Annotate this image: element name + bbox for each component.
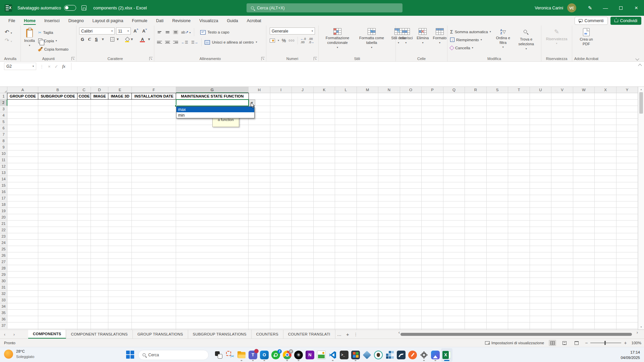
row-header-21[interactable]: 21 <box>0 221 7 227</box>
create-pdf-button[interactable]: Crea un PDF <box>577 27 596 47</box>
taskbar-icon-snipping-tool[interactable]: ✂ <box>224 348 236 362</box>
user-name[interactable]: Veronica Carini <box>535 6 563 10</box>
column-header-d[interactable]: D <box>91 87 108 93</box>
undo-button[interactable]: ↶ ▾ <box>5 29 12 35</box>
taskbar-icon-image-editor[interactable] <box>316 348 327 362</box>
taskbar-icon-outlook[interactable]: O <box>259 348 270 362</box>
sheet-tab-counters[interactable]: COUNTERS <box>252 330 283 339</box>
format-painter-button[interactable]: Copia formato <box>37 46 70 53</box>
row-header-4[interactable]: 4 <box>0 112 7 119</box>
taskbar-icon-pen-app[interactable] <box>407 348 418 362</box>
menu-tab-acrobat[interactable]: Acrobat <box>243 16 266 25</box>
format-as-table-button[interactable]: ✎ Formatta come tabella▾ <box>355 27 388 50</box>
format-cells-button[interactable]: Formato▾ <box>431 27 448 45</box>
row-header-23[interactable]: 23 <box>0 233 7 240</box>
row-header-32[interactable]: 32 <box>0 291 7 297</box>
save-icon[interactable] <box>82 5 87 10</box>
row-header-16[interactable]: 16 <box>0 189 7 195</box>
zoom-slider-thumb[interactable] <box>604 341 606 345</box>
row-header-17[interactable]: 17 <box>0 195 7 201</box>
row-header-20[interactable]: 20 <box>0 214 7 221</box>
taskbar-icon-onenote[interactable]: N <box>304 348 316 362</box>
collapse-ribbon-chevron[interactable] <box>635 57 639 60</box>
header-cell-group-code[interactable]: GROUP CODE <box>7 93 39 100</box>
menu-tab-dati[interactable]: Dati <box>152 16 168 25</box>
selected-cell-g2[interactable] <box>176 99 249 106</box>
share-button[interactable]: Condividi <box>610 17 641 25</box>
fill-color-icon[interactable] <box>125 38 128 42</box>
add-sheet-button[interactable]: + <box>343 330 352 339</box>
column-header-k[interactable]: K <box>314 87 335 93</box>
taskbar-icon-teams[interactable]: T <box>247 348 259 362</box>
column-header-w[interactable]: W <box>573 87 595 93</box>
row-header-29[interactable]: 29 <box>0 272 7 278</box>
column-header-u[interactable]: U <box>530 87 551 93</box>
avatar[interactable]: VC <box>567 3 576 12</box>
italic-button[interactable]: C <box>87 37 93 42</box>
increase-decimal-icon[interactable]: ←.0.00 <box>301 37 306 44</box>
column-header-f[interactable]: F <box>132 87 176 93</box>
name-box-chevron[interactable]: ▾ <box>33 65 34 68</box>
font-color-icon[interactable]: A <box>139 37 146 42</box>
select-all-corner[interactable] <box>0 87 7 93</box>
row-header-31[interactable]: 31 <box>0 284 7 291</box>
autosave-toggle[interactable] <box>64 5 76 11</box>
comments-button[interactable]: Commenti <box>575 17 608 25</box>
autosum-button[interactable]: ΣSomma automatica ▾ <box>449 28 492 35</box>
menu-tab-layout-di-pagina[interactable]: Layout di pagina <box>88 16 128 25</box>
column-header-x[interactable]: X <box>595 87 616 93</box>
percent-format-icon[interactable]: % <box>282 38 286 43</box>
insert-cells-button[interactable]: ← Inserisci▾ <box>397 27 415 45</box>
formula-input[interactable] <box>71 63 634 70</box>
header-cell-maintenance-state-function[interactable]: MAINTENANCE STATE FUNCTION <box>176 93 249 100</box>
taskbar-icon-file-explorer[interactable] <box>236 348 247 362</box>
column-header-v[interactable]: V <box>551 87 573 93</box>
confirm-entry-icon[interactable]: ✓ <box>55 64 58 69</box>
row-header-13[interactable]: 13 <box>0 170 7 176</box>
minimize-button[interactable]: — <box>598 0 613 16</box>
row-header-18[interactable]: 18 <box>0 201 7 208</box>
column-header-r[interactable]: R <box>465 87 487 93</box>
wrap-text-button[interactable]: Testo a capo <box>200 30 229 35</box>
row-header-12[interactable]: 12 <box>0 163 7 170</box>
row-header-26[interactable]: 26 <box>0 252 7 259</box>
align-bottom-icon[interactable] <box>173 30 178 34</box>
menu-tab-inserisci[interactable]: Inserisci <box>40 16 64 25</box>
row-header-24[interactable]: 24 <box>0 240 7 246</box>
comma-format-icon[interactable]: 000 <box>288 39 294 42</box>
grid-body[interactable]: GROUP CODESUBGROUP CODECODEIMAGEIMAGE 3D… <box>7 93 638 329</box>
weather-widget[interactable]: 28°C Soleggiato <box>4 349 34 359</box>
taskbar-icon-virtualbox[interactable] <box>361 348 373 362</box>
zoom-in-icon[interactable]: + <box>624 340 627 346</box>
taskbar-icon-dev-tool[interactable] <box>350 348 361 362</box>
taskbar-icon-photos[interactable] <box>430 348 441 362</box>
column-header-l[interactable]: L <box>335 87 357 93</box>
row-header-6[interactable]: 6 <box>0 125 7 131</box>
borders-icon[interactable] <box>110 37 114 42</box>
redo-button[interactable]: ↷ ▾ <box>5 37 12 44</box>
header-cell-code[interactable]: CODE <box>77 93 91 100</box>
taskbar-icon-vscode[interactable] <box>327 348 338 362</box>
merge-center-button[interactable]: Unisci e allinea al centro ▾ <box>205 40 257 45</box>
sheet-tab-components[interactable]: COMPONENTS <box>28 330 66 339</box>
menu-tab-home[interactable]: Home <box>19 16 40 25</box>
sheet-tab-component-translations[interactable]: COMPONENT TRANSLATIONS <box>66 330 132 339</box>
scroll-down-icon[interactable]: ▾ <box>638 325 644 328</box>
zoom-out-icon[interactable]: − <box>585 340 588 346</box>
taskbar-icon-chatgpt[interactable]: ✳ <box>293 348 304 362</box>
column-header-j[interactable]: J <box>292 87 314 93</box>
scroll-up-icon[interactable]: ▴ <box>638 87 644 91</box>
row-header-5[interactable]: 5 <box>0 119 7 125</box>
header-cell-image-3d[interactable]: IMAGE 3D <box>108 93 132 100</box>
row-header-33[interactable]: 33 <box>0 297 7 303</box>
column-header-m[interactable]: M <box>357 87 378 93</box>
align-top-icon[interactable] <box>157 31 162 34</box>
taskbar-icon-mysql-workbench[interactable] <box>395 348 407 362</box>
align-center-icon[interactable] <box>165 41 170 44</box>
menu-tab-guida[interactable]: Guida <box>222 16 242 25</box>
page-layout-view-icon[interactable] <box>561 340 568 346</box>
windows-start-button[interactable] <box>126 351 135 359</box>
column-header-s[interactable]: S <box>487 87 508 93</box>
header-cell-subgroup-code[interactable]: SUBGROUP CODE <box>38 93 78 100</box>
row-header-36[interactable]: 36 <box>0 316 7 322</box>
